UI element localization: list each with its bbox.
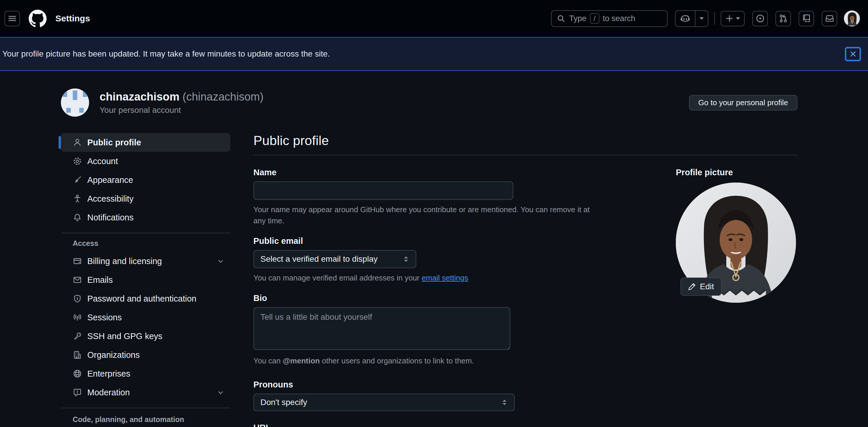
sidebar-section-code-planning: Code, planning, and automation bbox=[61, 415, 230, 424]
bell-icon bbox=[73, 213, 82, 222]
paintbrush-icon bbox=[73, 176, 82, 184]
name-input[interactable] bbox=[253, 181, 513, 200]
sidebar-item-label: Account bbox=[87, 156, 118, 166]
identicon-avatar[interactable] bbox=[61, 89, 89, 117]
profile-picture-label: Profile picture bbox=[676, 167, 797, 177]
chevron-down-icon bbox=[217, 257, 224, 265]
broadcast-icon bbox=[73, 313, 82, 322]
public-email-label: Public email bbox=[253, 236, 602, 246]
sidebar-item-accessibility[interactable]: Accessibility bbox=[61, 189, 230, 208]
url-label: URL bbox=[253, 423, 602, 427]
email-settings-link[interactable]: email settings bbox=[422, 273, 468, 282]
bio-label: Bio bbox=[253, 293, 602, 303]
public-email-help-text: You can manage verified email addresses … bbox=[253, 272, 599, 283]
hamburger-icon bbox=[8, 14, 17, 23]
public-profile-panel: Public profile Name Your name may appear… bbox=[253, 133, 797, 427]
go-to-personal-profile-button[interactable]: Go to your personal profile bbox=[689, 95, 797, 111]
sidebar-item-label: Billing and licensing bbox=[87, 256, 162, 266]
settings-content: chinazachisom (chinazachisom) Your perso… bbox=[0, 71, 868, 427]
sidebar-item-label: Public profile bbox=[87, 138, 141, 147]
sidebar-item-billing-and-licensing[interactable]: Billing and licensing bbox=[61, 252, 230, 271]
sidebar-section-access: Access bbox=[61, 239, 230, 248]
edit-profile-picture-button[interactable]: Edit bbox=[681, 278, 721, 296]
bio-help-mention: @mention bbox=[283, 356, 320, 365]
user-avatar-photo bbox=[844, 10, 860, 27]
select-caret-icon bbox=[501, 399, 508, 406]
plus-icon bbox=[725, 14, 734, 23]
organization-icon bbox=[73, 350, 82, 359]
public-email-selected-option: Select a verified email to display bbox=[260, 254, 378, 264]
sidebar-item-password-and-authentication[interactable]: Password and authentication bbox=[61, 289, 230, 308]
shield-lock-icon bbox=[73, 294, 82, 303]
profile-subtitle: Your personal account bbox=[100, 105, 264, 115]
chevron-down-icon bbox=[217, 389, 224, 396]
repositories-button[interactable] bbox=[799, 11, 814, 26]
sidebar-divider bbox=[62, 233, 230, 233]
create-new-button[interactable] bbox=[721, 11, 745, 26]
mail-icon bbox=[73, 275, 82, 284]
bio-textarea[interactable] bbox=[253, 307, 510, 350]
bio-help-suffix: other users and organizations to link to… bbox=[320, 356, 474, 365]
hamburger-menu-button[interactable] bbox=[4, 11, 20, 26]
caret-down-icon bbox=[736, 17, 740, 20]
sidebar-item-account[interactable]: Account bbox=[61, 152, 230, 171]
bio-help-text: You can @mention other users and organiz… bbox=[253, 355, 599, 366]
key-icon bbox=[73, 332, 82, 340]
sidebar-item-label: Moderation bbox=[87, 388, 130, 397]
search-input[interactable]: Type / to search bbox=[551, 10, 668, 27]
sidebar-item-emails[interactable]: Emails bbox=[61, 271, 230, 289]
sidebar-item-public-profile[interactable]: Public profile bbox=[61, 133, 230, 152]
sidebar-item-label: Accessibility bbox=[87, 194, 133, 204]
name-label: Name bbox=[253, 167, 602, 177]
public-email-help-prefix: You can manage verified email addresses … bbox=[253, 273, 422, 282]
pronouns-label: Pronouns bbox=[253, 380, 602, 390]
header-divider bbox=[714, 12, 715, 25]
inbox-icon bbox=[825, 14, 834, 23]
slash-key-hint: / bbox=[590, 13, 599, 24]
flash-close-button[interactable] bbox=[845, 47, 861, 61]
profile-header: chinazachisom (chinazachisom) Your perso… bbox=[61, 89, 797, 117]
sidebar-item-label: SSH and GPG keys bbox=[87, 332, 162, 341]
sidebar-item-label: Enterprises bbox=[87, 369, 130, 379]
issue-opened-icon bbox=[756, 14, 765, 23]
sidebar-divider bbox=[62, 408, 230, 408]
identicon-pattern bbox=[61, 89, 89, 117]
search-placeholder-type: Type bbox=[569, 14, 587, 23]
public-email-select[interactable]: Select a verified email to display bbox=[253, 250, 416, 268]
sidebar-item-ssh-and-gpg-keys[interactable]: SSH and GPG keys bbox=[61, 327, 230, 345]
copilot-dropdown-caret[interactable] bbox=[695, 11, 708, 26]
sidebar-item-organizations[interactable]: Organizations bbox=[61, 345, 230, 364]
github-logo[interactable] bbox=[29, 10, 46, 28]
sidebar-item-label: Notifications bbox=[87, 213, 133, 222]
pull-requests-button[interactable] bbox=[775, 11, 791, 26]
sidebar-item-label: Password and authentication bbox=[87, 294, 196, 304]
sidebar-item-label: Sessions bbox=[87, 313, 122, 323]
close-icon bbox=[849, 50, 857, 58]
sidebar-item-notifications[interactable]: Notifications bbox=[61, 208, 230, 227]
profile-username: chinazachisom bbox=[100, 91, 179, 103]
repo-icon bbox=[802, 14, 811, 23]
sidebar-item-sessions[interactable]: Sessions bbox=[61, 308, 230, 327]
section-heading: Public profile bbox=[253, 133, 797, 148]
copilot-button[interactable] bbox=[675, 10, 708, 27]
issues-button[interactable] bbox=[752, 11, 768, 26]
pencil-icon bbox=[688, 283, 696, 291]
page-title: Settings bbox=[55, 13, 90, 24]
sidebar-item-enterprises[interactable]: Enterprises bbox=[61, 364, 230, 383]
sidebar-item-label: Emails bbox=[87, 275, 113, 285]
pronouns-select[interactable]: Don't specify bbox=[253, 394, 515, 411]
credit-card-icon bbox=[73, 257, 82, 266]
section-divider bbox=[253, 155, 797, 155]
flash-message: Your profile picture has been updated. I… bbox=[2, 49, 330, 59]
accessibility-icon bbox=[73, 194, 82, 203]
inbox-button[interactable] bbox=[822, 11, 837, 26]
gear-icon bbox=[73, 157, 82, 165]
name-help-text: Your name may appear around GitHub where… bbox=[253, 204, 599, 226]
caret-down-icon bbox=[700, 17, 704, 20]
sidebar-item-appearance[interactable]: Appearance bbox=[61, 171, 230, 189]
globe-icon bbox=[73, 369, 82, 378]
sidebar-item-moderation[interactable]: Moderation bbox=[61, 383, 230, 402]
user-avatar[interactable] bbox=[844, 10, 860, 27]
pronouns-selected-option: Don't specify bbox=[260, 398, 307, 407]
profile-form: Name Your name may appear around GitHub … bbox=[253, 167, 602, 427]
